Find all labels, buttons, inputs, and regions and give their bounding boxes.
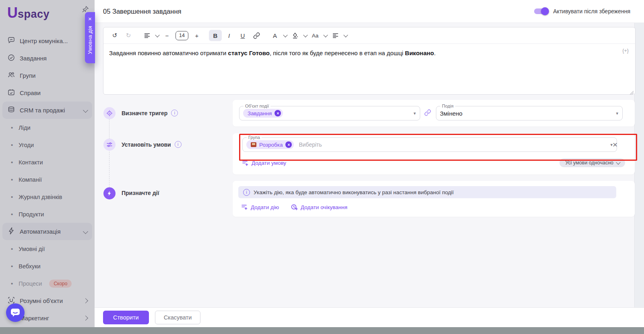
event-value: Змінено bbox=[440, 110, 462, 117]
editor-textarea[interactable]: Завдання повинно автоматично отримати ст… bbox=[103, 44, 635, 99]
bullet-icon: • bbox=[11, 159, 13, 166]
sidebar-item-conditional-actions[interactable]: •Умовні дії bbox=[0, 240, 95, 257]
sidebar-item-label: Автоматизація bbox=[20, 228, 61, 235]
sidebar-item-label: Вебхуки bbox=[19, 263, 40, 270]
add-wait-button[interactable]: Додати очікування bbox=[291, 204, 347, 210]
info-icon[interactable]: i bbox=[171, 110, 178, 116]
field-label: Об'єкт події bbox=[244, 104, 270, 109]
screen: U spacy Центр комуніка... Завдання Групи bbox=[0, 0, 644, 334]
layers-icon bbox=[7, 106, 15, 115]
italic-button[interactable]: I bbox=[223, 30, 235, 41]
scrollbar-gutter[interactable] bbox=[634, 23, 644, 307]
link-button[interactable] bbox=[250, 30, 263, 41]
bolt-icon bbox=[7, 227, 15, 236]
conditions-card: Група Розробка × Виберіть ▾ × Додати умо… bbox=[233, 133, 635, 174]
add-condition-button[interactable]: Додати умову bbox=[242, 160, 286, 166]
font-size-value[interactable]: 14 bbox=[175, 31, 188, 40]
dropdown-arrow-icon[interactable]: ▾ bbox=[616, 111, 618, 116]
sidebar-item-leads[interactable]: •Ліди bbox=[0, 119, 95, 136]
add-wait-label: Додати очікування bbox=[301, 204, 347, 210]
group-select[interactable]: Група Розробка × Виберіть ▾ bbox=[242, 137, 617, 152]
sidebar-item-label: Продукти bbox=[19, 211, 44, 218]
add-action-button[interactable]: Додати дію bbox=[242, 204, 279, 210]
bullet-icon: • bbox=[11, 211, 13, 218]
remove-condition-icon[interactable]: × bbox=[613, 140, 617, 149]
soon-badge: Скоро bbox=[49, 280, 72, 288]
close-icon[interactable]: × bbox=[88, 16, 92, 22]
link-fields-icon[interactable] bbox=[424, 109, 431, 118]
add-action-label: Додати дію bbox=[251, 204, 279, 210]
text-color-button[interactable]: A bbox=[268, 30, 281, 41]
chevron-down-icon[interactable] bbox=[155, 33, 159, 37]
sidebar-item-call-log[interactable]: •Журнал дзвінків bbox=[0, 188, 95, 205]
chevron-down-icon[interactable] bbox=[343, 33, 348, 37]
chip-label: Завдання bbox=[248, 110, 272, 116]
object-chip: Завдання × bbox=[243, 109, 283, 118]
cancel-button[interactable]: Скасувати bbox=[155, 311, 201, 324]
sidebar-item-label: Центр комуніка... bbox=[20, 37, 68, 44]
sidebar-item-contacts[interactable]: •Контакти bbox=[0, 154, 95, 171]
chevron-down-icon[interactable] bbox=[323, 33, 328, 37]
toggle-knob bbox=[541, 7, 549, 15]
chip-label: Розробка bbox=[259, 142, 283, 148]
resize-handle-icon[interactable] bbox=[630, 89, 634, 98]
actions-card: i Укажіть дію, яка буде автоматично вико… bbox=[233, 181, 635, 217]
decrease-font-button[interactable]: − bbox=[161, 30, 173, 41]
actions-step-icon bbox=[103, 187, 116, 199]
activate-toggle[interactable] bbox=[534, 8, 548, 14]
event-object-select[interactable]: Об'єкт події Завдання × ▾ bbox=[239, 106, 420, 120]
undo-button[interactable]: ↺ bbox=[108, 30, 121, 41]
bullet-icon: • bbox=[11, 141, 13, 148]
event-select[interactable]: Подія Змінено ▾ bbox=[436, 106, 623, 120]
bullet-icon: • bbox=[11, 245, 13, 252]
insert-variable-icon[interactable]: {+} bbox=[622, 47, 629, 55]
sidebar-item-label: CRM та продажі bbox=[20, 107, 65, 114]
remove-chip-icon[interactable]: × bbox=[275, 110, 281, 116]
line-spacing-button[interactable] bbox=[140, 30, 153, 41]
sidebar-item-automation[interactable]: Автоматизація bbox=[2, 223, 92, 240]
sidebar-item-products[interactable]: •Продукти bbox=[0, 205, 95, 223]
sidebar-item-label: Контакти bbox=[19, 159, 43, 166]
chat-launcher-button[interactable] bbox=[6, 303, 25, 322]
redo-button[interactable]: ↻ bbox=[122, 30, 135, 41]
add-condition-label: Додати умову bbox=[252, 160, 286, 166]
step-label: Призначте дії bbox=[122, 190, 159, 196]
sidebar-item-cases[interactable]: Справи bbox=[0, 84, 95, 102]
bold-button[interactable]: B bbox=[209, 30, 222, 41]
sidebar-item-communication-center[interactable]: Центр комуніка... bbox=[0, 32, 95, 50]
align-button[interactable] bbox=[329, 30, 342, 41]
sidebar-item-crm[interactable]: CRM та продажі bbox=[2, 102, 92, 119]
sidebar-item-label: Умовні дії bbox=[19, 246, 45, 252]
group-emoji-icon bbox=[251, 142, 256, 147]
sidebar-item-label: Ліди bbox=[19, 124, 30, 131]
conditions-combine-dropdown[interactable]: Усі умови одночасно bbox=[559, 158, 625, 167]
chevron-down-icon[interactable] bbox=[283, 33, 287, 37]
trigger-step: Визначте тригер i bbox=[122, 110, 178, 116]
dropdown-arrow-icon[interactable]: ▾ bbox=[413, 111, 416, 116]
bullet-icon: • bbox=[11, 124, 13, 131]
conditions-step-icon bbox=[103, 139, 116, 151]
check-circle-icon bbox=[7, 54, 15, 63]
sidebar-item-tasks[interactable]: Завдання bbox=[0, 50, 95, 67]
sidebar-item-companies[interactable]: •Компанії bbox=[0, 171, 95, 188]
text-case-button[interactable]: Aa bbox=[309, 30, 322, 41]
sidebar-item-groups[interactable]: Групи bbox=[0, 67, 95, 84]
remove-chip-icon[interactable]: × bbox=[285, 141, 292, 148]
page-title: 05 Завершення завдання bbox=[103, 8, 181, 15]
conditional-action-drawer-tab[interactable]: × Умовна дія bbox=[85, 12, 95, 63]
sidebar-item-webhooks[interactable]: •Вебхуки bbox=[0, 257, 95, 275]
create-button[interactable]: Створити bbox=[103, 311, 149, 324]
sidebar-item-label: Завдання bbox=[20, 55, 47, 62]
chevron-down-icon[interactable] bbox=[303, 33, 308, 37]
underline-button[interactable]: U bbox=[236, 30, 249, 41]
trigger-step-icon bbox=[103, 107, 116, 119]
uspacy-logo[interactable]: U spacy bbox=[0, 0, 95, 25]
conditional-action-panel: 05 Завершення завдання Активувати після … bbox=[95, 0, 644, 327]
highlight-button[interactable] bbox=[289, 30, 301, 41]
chat-icon bbox=[7, 36, 15, 46]
sidebar-item-deals[interactable]: •Угоди bbox=[0, 136, 95, 154]
drawer-tab-label: Умовна дія bbox=[87, 26, 93, 54]
increase-font-button[interactable]: + bbox=[190, 30, 203, 41]
activate-toggle-label: Активувати після збереження bbox=[553, 8, 630, 15]
info-icon[interactable]: i bbox=[175, 141, 182, 148]
